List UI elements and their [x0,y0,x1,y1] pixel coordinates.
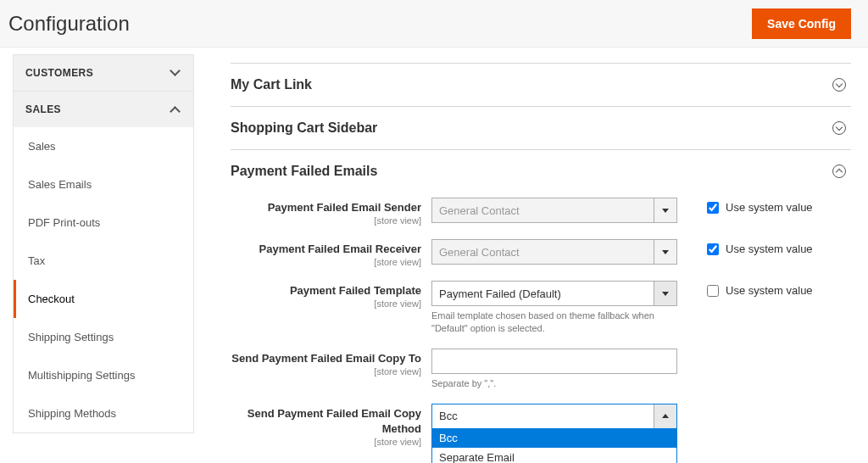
collapse-down-icon [832,78,846,92]
dropdown-option-separate-email[interactable]: Separate Email [432,448,676,463]
template-select[interactable]: Payment Failed (Default) [431,281,677,306]
sidebar-heading-sales[interactable]: SALES [14,92,193,127]
dropdown-arrow-icon [654,198,676,222]
select-value: Payment Failed (Default) [439,287,561,300]
select-value: General Contact [439,246,520,259]
sidebar-item-sales[interactable]: Sales [14,127,193,165]
copy-to-input[interactable] [431,349,677,374]
save-config-button[interactable]: Save Config [752,8,851,39]
copy-to-hint: Separate by ",". [431,377,677,390]
section-title: My Cart Link [231,77,312,92]
page-title: Configuration [8,12,130,36]
chevron-up-icon [171,104,181,114]
sender-select: General Contact [431,198,677,223]
use-system-checkbox[interactable] [707,243,719,255]
collapse-down-icon [832,121,846,135]
field-label: Payment Failed Email Sender [268,201,421,214]
copy-method-select[interactable]: Bcc [431,404,677,429]
field-sender: Payment Failed Email Sender [store view]… [231,198,851,226]
sidebar-section-sales: SALES SalesSales EmailsPDF Print-outsTax… [13,92,194,433]
select-value: Bcc [439,410,458,422]
page-header: Configuration Save Config [0,0,868,47]
scope-label: [store view] [231,366,421,377]
use-system-receiver[interactable]: Use system value [677,239,830,255]
field-receiver: Payment Failed Email Receiver [store vie… [231,239,851,267]
copy-method-dropdown: Bcc Separate Email [431,428,677,463]
sidebar-item-shipping-settings[interactable]: Shipping Settings [14,318,193,356]
sidebar: CUSTOMERS SALES SalesSales EmailsPDF Pri… [0,47,207,463]
field-label: Send Payment Failed Email Copy To [231,352,421,365]
field-template: Payment Failed Template [store view] Pay… [231,281,851,335]
section-payment-failed-emails[interactable]: Payment Failed Emails [231,149,851,192]
sidebar-heading-label: SALES [25,103,61,115]
section-title: Shopping Cart Sidebar [231,120,377,136]
use-system-label: Use system value [726,201,813,214]
section-my-cart-link[interactable]: My Cart Link [231,63,851,106]
sidebar-item-pdf-print-outs[interactable]: PDF Print-outs [14,204,193,242]
sidebar-item-tax[interactable]: Tax [14,242,193,280]
section-shopping-cart-sidebar[interactable]: Shopping Cart Sidebar [231,106,851,149]
scope-label: [store view] [231,298,421,309]
dropdown-option-bcc[interactable]: Bcc [432,428,676,448]
template-hint: Email template chosen based on theme fal… [431,310,677,335]
use-system-checkbox[interactable] [707,285,719,297]
section-body-payment-failed: Payment Failed Email Sender [store view]… [231,192,851,463]
receiver-select: General Contact [431,239,677,265]
field-copy-method: Send Payment Failed Email Copy Method [s… [231,404,851,447]
sidebar-section-customers: CUSTOMERS [13,54,194,92]
scope-label: [store view] [231,257,421,267]
sidebar-item-sales-emails[interactable]: Sales Emails [14,165,193,204]
use-system-label: Use system value [726,243,813,255]
sidebar-heading-label: CUSTOMERS [25,67,93,79]
field-label: Send Payment Failed Email Copy Method [248,407,421,435]
scope-label: [store view] [231,215,421,226]
collapse-up-icon [832,165,846,178]
dropdown-arrow-icon [654,404,676,428]
main-panel: My Cart Link Shopping Cart Sidebar Payme… [207,47,868,463]
field-copy-to: Send Payment Failed Email Copy To [store… [231,349,851,390]
dropdown-arrow-icon [654,240,676,264]
use-system-label: Use system value [726,284,813,297]
chevron-down-icon [171,68,181,78]
scope-label: [store view] [231,437,421,447]
use-system-template[interactable]: Use system value [677,281,830,297]
section-title: Payment Failed Emails [231,164,377,179]
sidebar-item-checkout[interactable]: Checkout [14,280,193,318]
select-value: General Contact [439,204,520,217]
use-system-checkbox[interactable] [707,202,719,214]
sidebar-heading-customers[interactable]: CUSTOMERS [14,55,193,91]
sidebar-item-multishipping-settings[interactable]: Multishipping Settings [14,356,193,394]
sidebar-item-shipping-methods[interactable]: Shipping Methods [14,394,193,432]
field-label: Payment Failed Template [290,284,421,297]
use-system-sender[interactable]: Use system value [677,198,830,214]
field-label: Payment Failed Email Receiver [259,243,421,255]
dropdown-arrow-icon [654,282,676,305]
